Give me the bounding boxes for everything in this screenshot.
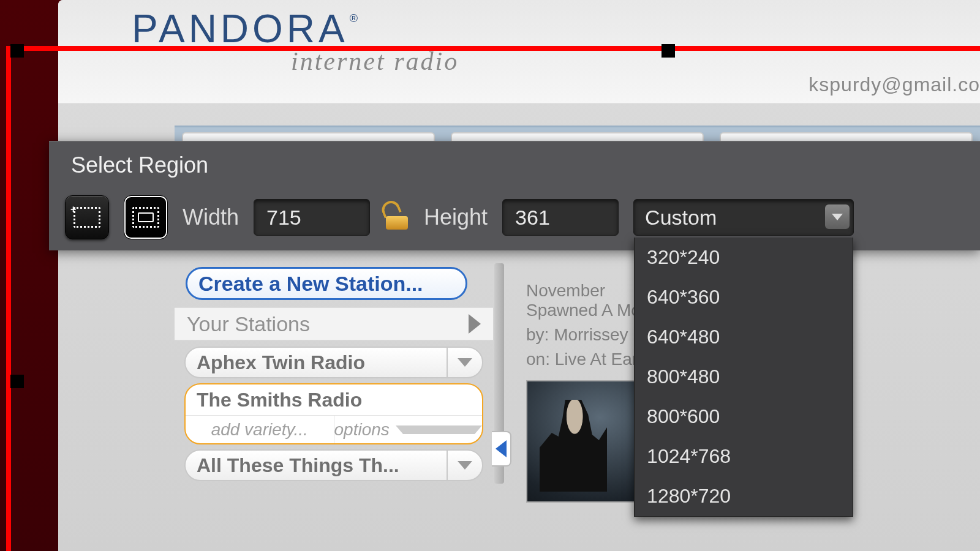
- your-stations-header[interactable]: Your Stations: [175, 307, 493, 340]
- brand-text: PANDORA: [132, 7, 349, 51]
- registered-mark: ®: [350, 12, 361, 24]
- on-label: on:: [526, 350, 550, 369]
- chevron-down-icon: [458, 461, 472, 470]
- region-select-tool[interactable]: +: [65, 195, 109, 239]
- your-stations-label: Your Stations: [187, 312, 310, 336]
- selection-handle[interactable]: [662, 44, 675, 58]
- create-station-button[interactable]: Create a New Station...: [186, 267, 467, 300]
- station-menu-button[interactable]: [447, 451, 482, 480]
- marquee-icon: +: [74, 207, 100, 228]
- preset-option[interactable]: 800*600: [635, 397, 853, 437]
- preset-option[interactable]: 800*480: [635, 357, 853, 397]
- chevron-down-icon: [832, 214, 843, 220]
- panel-title: Select Region: [49, 141, 980, 189]
- fullscreen-marquee-icon: [132, 207, 159, 228]
- preset-option[interactable]: 1280*720: [635, 476, 853, 516]
- station-item[interactable]: All These Things Th...: [184, 449, 483, 481]
- width-label: Width: [183, 204, 239, 230]
- chevron-left-icon: [496, 440, 507, 457]
- user-email[interactable]: kspurdy@gmail.co: [809, 73, 980, 96]
- chevron-right-icon: [469, 314, 481, 334]
- preset-option[interactable]: 1024*768: [635, 437, 853, 476]
- height-label: Height: [424, 204, 488, 230]
- height-input[interactable]: [502, 199, 619, 236]
- preset-selected-value: Custom: [645, 206, 717, 230]
- station-options-button[interactable]: options: [334, 416, 483, 443]
- chevron-down-icon: [458, 358, 472, 367]
- preset-option[interactable]: 320*240: [635, 238, 853, 277]
- station-item[interactable]: Aphex Twin Radio: [184, 347, 483, 378]
- by-label: by:: [526, 325, 549, 344]
- preset-option[interactable]: 640*360: [635, 277, 853, 317]
- station-item-active[interactable]: The Smiths Radio add variety... options: [184, 383, 483, 444]
- artist-name[interactable]: Morrissey: [554, 325, 628, 344]
- select-region-panel: Select Region + Width Height Custom 320*…: [49, 141, 980, 250]
- brand-wordmark: PANDORA®: [132, 6, 962, 51]
- fullscreen-select-tool[interactable]: [124, 195, 168, 239]
- station-label: Aphex Twin Radio: [186, 351, 447, 374]
- chevron-down-icon: [396, 425, 482, 434]
- preset-select[interactable]: Custom 320*240 640*360 640*480 800*480 8…: [633, 199, 854, 236]
- pandora-logo: PANDORA® internet radio: [132, 6, 962, 76]
- stations-sidebar: Create a New Station... Your Stations Ap…: [175, 263, 493, 481]
- pandora-header: PANDORA® internet radio kspurdy@gmail.co: [58, 0, 980, 104]
- station-label: The Smiths Radio: [186, 389, 482, 411]
- preset-option[interactable]: 640*480: [635, 317, 853, 357]
- selection-handle[interactable]: [10, 44, 24, 58]
- collapse-sidebar-button[interactable]: [492, 431, 511, 467]
- preset-dropdown: 320*240 640*360 640*480 800*480 800*600 …: [634, 238, 853, 517]
- station-label: All These Things Th...: [186, 454, 447, 477]
- selection-handle[interactable]: [10, 375, 24, 388]
- add-variety-button[interactable]: add variety...: [186, 416, 334, 443]
- dropdown-toggle[interactable]: [825, 204, 850, 229]
- width-input[interactable]: [254, 199, 370, 236]
- station-menu-button[interactable]: [447, 348, 482, 377]
- lock-icon[interactable]: [385, 205, 409, 230]
